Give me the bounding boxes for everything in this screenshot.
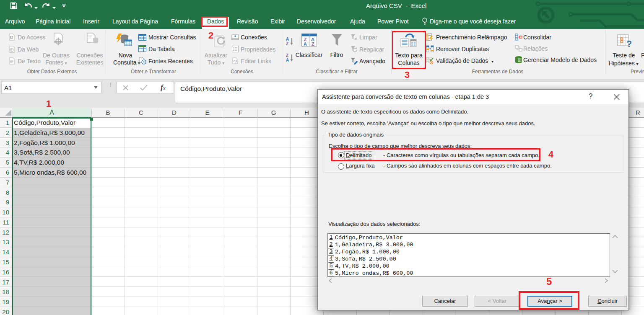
svg-text:?: ?	[626, 39, 631, 49]
svg-text:Z: Z	[286, 53, 288, 58]
svg-text:A: A	[286, 37, 289, 41]
svg-text:A: A	[10, 36, 13, 39]
svg-text:Z: Z	[286, 41, 288, 46]
svg-text:A: A	[304, 41, 307, 46]
svg-text:A: A	[286, 58, 289, 62]
svg-text:Z: Z	[312, 41, 314, 46]
